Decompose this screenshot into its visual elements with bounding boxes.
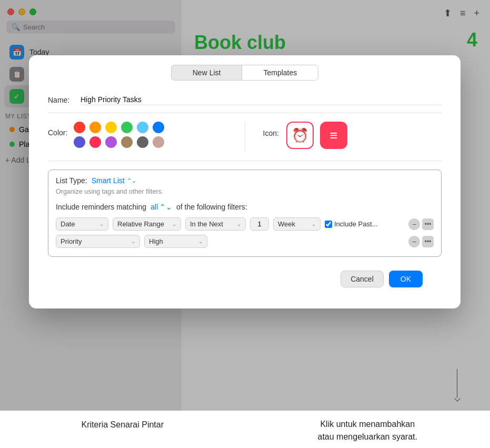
color-icon-divider [245, 122, 245, 152]
callout-line [457, 369, 457, 398]
filter-actions-2: − ••• [408, 236, 434, 247]
icon-row: ⏰ ≡ [286, 122, 347, 149]
color-swatch-pink[interactable] [89, 136, 101, 148]
filter-rows: Date ⌄ Relative Range ⌄ In the Next ⌄ We… [56, 217, 434, 248]
color-swatch-blue[interactable] [153, 122, 164, 133]
matching-value: all [151, 203, 158, 211]
caption-area: Kriteria Senarai Pintar Klik untuk menam… [0, 411, 490, 448]
filter-priority-chevron: ⌄ [131, 238, 135, 244]
color-swatch-lightblue[interactable] [137, 122, 148, 133]
filter-field-date[interactable]: Date ⌄ [56, 217, 108, 231]
filter-operator-high-chevron: ⌄ [198, 238, 203, 244]
color-swatch-red[interactable] [74, 122, 85, 133]
modal-separator [48, 161, 442, 161]
color-row-2 [74, 136, 164, 148]
filter-actions-1: − ••• [408, 218, 434, 230]
name-label: Name: [48, 96, 74, 104]
list-type-chevron: ⌃⌄ [127, 177, 136, 184]
smart-list-hint: Organize using tags and other filters. [56, 188, 434, 195]
color-swatch-brown[interactable] [121, 136, 133, 148]
color-icon-row: Color: [48, 122, 442, 152]
filter-ellipsis-button-1[interactable]: ••• [422, 218, 434, 230]
filter-checkbox[interactable] [325, 221, 332, 228]
filter-value-chevron: ⌄ [237, 221, 241, 227]
modal-body: Name: High Priority Tasks Color: [29, 86, 461, 296]
filter-minus-button-1[interactable]: − [408, 218, 420, 230]
filter-row-1: Date ⌄ Relative Range ⌄ In the Next ⌄ We… [56, 217, 434, 231]
filter-field-priority-label: Priority [61, 237, 82, 245]
name-divider [48, 113, 442, 113]
matching-chevron: ⌃⌄ [159, 203, 172, 211]
matching-select[interactable]: all ⌃⌄ [151, 203, 172, 211]
color-grid [74, 122, 164, 148]
smart-list-section: List Type: Smart List ⌃⌄ Organize using … [48, 170, 442, 257]
icon-option-list[interactable]: ≡ [320, 122, 347, 149]
filter-operator-high[interactable]: High ⌄ [144, 235, 207, 248]
filter-unit-chevron: ⌄ [312, 221, 316, 227]
color-swatch-yellow[interactable] [105, 122, 117, 133]
matching-row: Include reminders matching all ⌃⌄ of the… [56, 203, 434, 211]
filter-field-chevron: ⌄ [99, 221, 104, 227]
name-value[interactable]: High Priority Tasks [81, 94, 442, 105]
filter-checkbox-wrap: Include Past... [325, 220, 377, 228]
color-swatch-orange[interactable] [89, 122, 101, 133]
color-swatch-rose[interactable] [153, 136, 164, 148]
filter-operator-chevron: ⌄ [172, 221, 176, 227]
filter-number-input[interactable] [250, 217, 269, 231]
filter-field-priority[interactable]: Priority ⌄ [56, 235, 140, 248]
icon-section: Icon: ⏰ ≡ [258, 122, 442, 149]
modal-tab-bar: New List Templates [29, 55, 461, 86]
color-row-1 [74, 122, 164, 133]
icon-option-clock[interactable]: ⏰ [286, 122, 314, 149]
tab-templates[interactable]: Templates [242, 65, 318, 81]
ok-button[interactable]: OK [389, 271, 423, 287]
caption-right-text: Klik untuk menambahkan atau mengeluarkan… [318, 420, 417, 441]
icon-label: Icon: [263, 129, 279, 137]
list-type-row: List Type: Smart List ⌃⌄ [56, 176, 434, 185]
filter-minus-button-2[interactable]: − [408, 236, 420, 247]
filter-value-in-next[interactable]: In the Next ⌄ [185, 217, 246, 231]
color-swatch-purple[interactable] [74, 136, 85, 148]
filter-operator-relative-range[interactable]: Relative Range ⌄ [113, 217, 181, 231]
matching-prefix: Include reminders matching [56, 203, 146, 211]
caption-left: Kriteria Senarai Pintar [0, 417, 245, 430]
filter-unit-week[interactable]: Week ⌄ [273, 217, 321, 231]
color-section: Color: [48, 122, 232, 152]
filter-ellipsis-button-2[interactable]: ••• [422, 236, 434, 247]
caption-right: Klik untuk menambahkan atau mengeluarkan… [245, 417, 491, 443]
list-type-value: Smart List [92, 176, 125, 185]
filter-field-date-label: Date [61, 220, 75, 228]
name-field-row: Name: High Priority Tasks [48, 94, 442, 105]
color-swatch-green[interactable] [121, 122, 133, 133]
matching-suffix: of the following filters: [176, 203, 247, 211]
filter-operator-label: Relative Range [117, 220, 164, 228]
color-swatch-gray[interactable] [137, 136, 148, 148]
modal-footer: Cancel OK [48, 265, 442, 287]
tab-new-list[interactable]: New List [171, 65, 242, 81]
color-label: Color: [48, 128, 67, 137]
filter-operator-high-label: High [149, 237, 163, 245]
filter-value-label: In the Next [190, 220, 223, 228]
modal-dialog: New List Templates Name: High Priority T… [29, 55, 461, 308]
cancel-button[interactable]: Cancel [341, 271, 384, 287]
list-type-label: List Type: [56, 176, 87, 185]
color-swatch-violet[interactable] [105, 136, 117, 148]
list-type-select[interactable]: Smart List ⌃⌄ [92, 176, 136, 185]
filter-unit-label: Week [278, 220, 295, 228]
filter-row-2: Priority ⌄ High ⌄ − ••• [56, 235, 434, 248]
filter-checkbox-label: Include Past... [334, 220, 377, 228]
